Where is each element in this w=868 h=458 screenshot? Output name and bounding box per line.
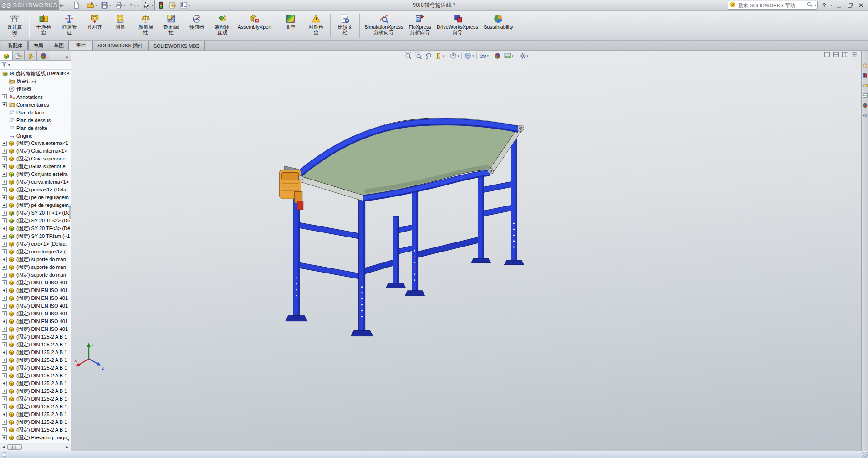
tree-item[interactable]: +(固定) DIN 125-2 A B 1	[0, 395, 71, 403]
expand-plus-icon[interactable]: +	[2, 365, 7, 371]
tree-item[interactable]: +(固定) Prevailing Torqu	[0, 434, 71, 442]
expand-plus-icon[interactable]: +	[2, 94, 7, 99]
tree-item[interactable]: +(固定) DIN 125-2 A B 1	[0, 372, 71, 380]
tree-item[interactable]: +(固定) suporte do man	[0, 271, 71, 279]
dropdown-arrow-icon[interactable]: ▾	[109, 3, 111, 7]
dropdown-arrow-icon[interactable]: ▾	[443, 54, 444, 58]
tree-item[interactable]: +(固定) DIN 125-2 A B 1	[0, 341, 71, 349]
expand-plus-icon[interactable]: +	[2, 141, 7, 146]
tree-scroll-up-arrow[interactable]: ▲	[66, 71, 70, 75]
tree-item[interactable]: +(固定) Guia superior e	[0, 155, 71, 163]
minimize-button[interactable]	[834, 1, 843, 9]
expand-plus-icon[interactable]: +	[2, 412, 7, 417]
window-layout-four-button[interactable]	[851, 51, 858, 58]
panel-splitter-grip[interactable]	[69, 206, 71, 219]
tree-item[interactable]: +(固定) DIN 125-2 A B 1	[0, 333, 71, 341]
conveyor-model[interactable]: X Y Z	[71, 51, 861, 451]
tree-item[interactable]: +(固定) DIN EN ISO 401	[0, 302, 71, 310]
measure-button[interactable]: 测量	[107, 12, 133, 40]
tree-item[interactable]: +(固定) eixo longo<1> (	[0, 248, 71, 256]
dropdown-arrow-icon[interactable]: ▾	[457, 54, 459, 58]
tab-4[interactable]: SOLIDWORKS 插件	[92, 41, 148, 50]
tab-2[interactable]: 草图	[49, 41, 69, 50]
expand-plus-icon[interactable]: +	[2, 180, 7, 185]
dropdown-arrow-icon[interactable]: ▾	[189, 3, 190, 7]
expand-plus-icon[interactable]: +	[2, 203, 7, 208]
print-button[interactable]: ▾	[113, 0, 127, 10]
window-layout-single-button[interactable]	[824, 51, 830, 58]
filter-funnel-icon[interactable]	[1, 61, 7, 69]
expand-plus-icon[interactable]: +	[2, 195, 7, 200]
panel-tab-propertymanager[interactable]	[12, 51, 25, 60]
close-button[interactable]	[856, 1, 865, 9]
tree-item[interactable]: +(固定) DIN 125-2 A B 1	[0, 349, 71, 356]
tree-item[interactable]: +(固定) SY 20 TF<2> (Dé	[0, 217, 71, 225]
expand-plus-icon[interactable]: +	[2, 404, 7, 409]
floxpress-wizard-button[interactable]: FloXpress分析向导	[406, 12, 434, 40]
tree-item[interactable]: +Commentaires	[0, 101, 71, 108]
tree-item[interactable]: +(固定) pé de regulagem	[0, 194, 71, 201]
assembly-visualize-button[interactable]: 装配体直观	[209, 12, 235, 40]
tree-item[interactable]: +(固定) DIN 125-2 A B 1	[0, 403, 71, 411]
panel-tab-displaymanager[interactable]	[37, 51, 49, 60]
hide-show-items-button[interactable]: ▾	[478, 51, 490, 60]
dropdown-arrow-icon[interactable]: ▾	[472, 54, 474, 58]
expand-plus-icon[interactable]: +	[2, 149, 7, 154]
zoom-to-fit-button[interactable]	[403, 51, 413, 60]
expand-plus-icon[interactable]: +	[2, 350, 7, 355]
search-input[interactable]	[737, 2, 805, 9]
tree-item[interactable]: +(固定) DIN 125-2 A B 1	[0, 418, 71, 426]
help-dropdown[interactable]: ▾	[831, 3, 832, 7]
expand-plus-icon[interactable]: +	[2, 389, 7, 394]
taskpane-appearances-tab[interactable]	[862, 103, 868, 108]
dropdown-arrow-icon[interactable]: ▾	[152, 3, 153, 7]
undo-button[interactable]: ▾	[128, 0, 141, 10]
expand-plus-icon[interactable]: +	[2, 249, 7, 254]
display-style-button[interactable]: ▾	[463, 51, 475, 60]
graphics-viewport[interactable]: X Y Z ▾▾▾▾▾▾	[71, 51, 861, 451]
new-document-button[interactable]: ▾	[71, 0, 84, 10]
expand-plus-icon[interactable]: +	[2, 265, 7, 270]
rebuild-button[interactable]	[156, 0, 166, 10]
tree-item[interactable]: +(固定) suporte do man	[0, 263, 71, 271]
tree-item[interactable]: +(固定) perna<1> (Défa	[0, 186, 71, 194]
search-scope-dropdown[interactable]: ▾	[814, 3, 816, 7]
scrollbar-thumb[interactable]: ▌▌	[7, 444, 22, 450]
zoom-to-area-button[interactable]	[414, 51, 423, 60]
simulationxpress-wizard-button[interactable]: SimulationXpress分析向导	[362, 12, 406, 40]
expand-plus-icon[interactable]: +	[2, 172, 7, 177]
expand-plus-icon[interactable]: +	[2, 234, 7, 239]
tree-item[interactable]: +(固定) SY 20 TF.iam (~1	[0, 232, 71, 240]
section-properties-button[interactable]: 剖面属性	[158, 12, 184, 40]
tree-item[interactable]: +(固定) DIN 125-2 A B 1	[0, 426, 71, 434]
tree-item[interactable]: +(固定) DIN EN ISO 401	[0, 287, 71, 294]
select-button[interactable]: ▾	[142, 0, 155, 10]
expand-plus-icon[interactable]: +	[2, 358, 7, 363]
flyout-arrow-icon[interactable]: ▾	[14, 35, 15, 38]
dropdown-arrow-icon[interactable]: ▾	[512, 54, 514, 58]
symmetry-check-button[interactable]: 对称检查	[303, 12, 329, 40]
tree-scroll-down-arrow[interactable]: ▼	[66, 438, 70, 442]
dropdown-arrow-icon[interactable]: ▾	[95, 3, 97, 7]
taskpane-solidworks-resources-tab[interactable]	[862, 62, 868, 68]
tree-item[interactable]: +(固定) DIN EN ISO 401	[0, 294, 71, 302]
expand-plus-icon[interactable]: +	[2, 242, 7, 247]
save-button[interactable]: ▾	[99, 0, 112, 10]
expand-plus-icon[interactable]: +	[2, 211, 7, 216]
tree-item[interactable]: +(固定) DIN EN ISO 401	[0, 279, 71, 287]
expand-plus-icon[interactable]: +	[2, 280, 7, 285]
tab-0[interactable]: 装配体	[3, 41, 28, 50]
expand-plus-icon[interactable]: +	[2, 435, 7, 440]
expand-plus-icon[interactable]: +	[2, 102, 7, 107]
hole-alignment-button[interactable]: 孔对齐	[82, 12, 107, 40]
tab-5[interactable]: SOLIDWORKS MBD	[148, 41, 205, 50]
tab-1[interactable]: 布局	[28, 41, 48, 50]
search-box[interactable]: ? ▾	[728, 1, 818, 10]
expand-plus-icon[interactable]: +	[2, 373, 7, 378]
window-layout-two-horizontal-button[interactable]	[833, 51, 839, 58]
dropdown-arrow-icon[interactable]: ▾	[138, 3, 139, 7]
expand-plus-icon[interactable]: +	[2, 226, 7, 231]
resize-grip[interactable]	[862, 452, 868, 458]
compare-documents-button[interactable]: ?比较文档	[332, 12, 358, 40]
tree-item[interactable]: +(固定) Guia superior e	[0, 163, 71, 170]
